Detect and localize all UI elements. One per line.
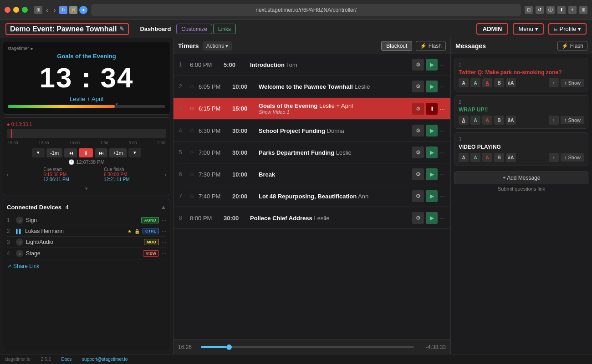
scrub-thumb[interactable] [226,344,232,350]
msg-show-btn-3[interactable]: ↑ Show [561,153,584,162]
support-link[interactable]: support@stagetimer.io [82,357,128,362]
timer-row-4[interactable]: 4 ⚇ 6:30 PM 30:00 School Project Funding… [174,120,450,142]
blackout-button[interactable]: Blackout [381,41,412,51]
speed-up-button[interactable]: ▾ [128,148,141,157]
address-bar[interactable]: next.stagetimer.io/r/6PAH8ZNA/controller… [91,4,521,16]
msg-btn-b-1[interactable]: B [494,78,504,87]
timer-settings-8[interactable]: ⚙ [412,212,424,224]
timer-play-7[interactable]: ▶ [426,190,438,202]
timer-more-5[interactable]: ··· [439,149,445,156]
actions-button[interactable]: Actions ▾ [203,41,232,51]
timeline-bar[interactable] [7,129,166,138]
speed-down-button[interactable]: ▾ [32,148,45,157]
timer-play-5[interactable]: ▶ [426,147,438,158]
msg-btn-ba-3[interactable]: ãA [506,153,516,162]
msg-btn-up-2[interactable]: ↑ [549,116,559,125]
flash-button[interactable]: ⚡ Flash [416,41,446,51]
msg-show-btn-1[interactable]: ↑ Show [561,79,584,87]
msg-show-btn-2[interactable]: ↑ Show [561,116,584,124]
device-more-4[interactable]: ··· [162,250,166,257]
minimize-button[interactable] [13,7,19,13]
scrub-bar[interactable] [201,346,414,348]
msg-btn-a-green-2[interactable]: A [470,116,480,125]
share-icon[interactable]: ⬆ [557,6,566,14]
timer-play-1[interactable]: ▶ [426,59,438,71]
timer-settings-5[interactable]: ⚙ [412,147,424,158]
timer-more-6[interactable]: ··· [439,171,445,178]
next-nav-arrow[interactable]: › [164,167,166,182]
msg-btn-b-3[interactable]: B [494,153,504,162]
messages-flash-button[interactable]: ⚡ Flash [557,41,587,51]
timer-row-1[interactable]: 1 6:00 PM 5:00 Introduction Tom ⚙ ▶ ··· [174,54,450,76]
timer-pause-3[interactable]: ⏸ [426,103,438,115]
extensions-icon[interactable]: ⊞ [579,6,587,14]
timer-more-2[interactable]: ··· [439,83,445,90]
msg-btn-ba-1[interactable]: ãA [506,78,516,87]
timer-settings-3[interactable]: ⚙ [412,103,424,115]
device-more-3[interactable]: ··· [162,239,166,245]
timer-settings-4[interactable]: ⚙ [412,125,424,136]
msg-btn-a-red-2[interactable]: A [482,116,492,125]
msg-btn-up-1[interactable]: ↑ [549,78,559,87]
pause-button[interactable]: ⏸ [79,148,93,157]
timer-row-5[interactable]: 5 ⚇ 7:00 PM 30:00 Parks Department Fundi… [174,142,450,163]
device-more-1[interactable]: ··· [162,217,166,223]
plus-1m-button[interactable]: +1m [109,148,127,157]
minus-1m-button[interactable]: -1m [46,148,62,157]
collapse-chevron-icon[interactable]: ▼ [84,186,89,191]
docs-link[interactable]: Docs [61,357,72,362]
msg-btn-up-3[interactable]: ↑ [549,153,559,162]
reload-icon[interactable]: ↺ [536,6,544,14]
timer-row-3[interactable]: 3 ⚇ 6:15 PM 15:00 Goals of the Evening L… [174,98,450,120]
prev-button[interactable]: ⏮ [64,148,77,157]
customize-button[interactable]: Customize [176,24,212,34]
grid-icon[interactable]: ⊞ [34,6,42,14]
close-button[interactable] [5,7,10,13]
timer-row-6[interactable]: 6 ⚇ 7:30 PM 10:00 Break ⚙ ▶ ··· [174,164,450,185]
links-button[interactable]: Links [213,24,236,34]
menu-button[interactable]: Menu ▾ [513,23,543,35]
timer-play-6[interactable]: ▶ [426,168,438,180]
timer-more-8[interactable]: ··· [439,214,445,222]
msg-btn-a-green-1[interactable]: A [470,78,480,87]
profile-button[interactable]: ᵢ₌ Profile ▾ [548,23,587,35]
msg-btn-a-red-1[interactable]: A [482,78,492,87]
timer-more-7[interactable]: ··· [439,192,445,200]
timer-settings-6[interactable]: ⚙ [412,168,424,180]
tab-dashboard[interactable]: Dashboard [135,24,175,34]
timer-row-2[interactable]: 2 ⚇ 6:05 PM 10:00 Welcome to the Pawnee … [174,76,450,97]
back-button[interactable]: ‹ [44,5,50,15]
timer-more-4[interactable]: ··· [439,127,445,134]
add-tab-icon[interactable]: + [568,6,577,14]
timer-row-7[interactable]: 7 ⚇ 7:40 PM 20:00 Lot 48 Repurposing, Be… [174,186,450,207]
timer-settings-2[interactable]: ⚙ [412,81,424,92]
timer-more-1[interactable]: ··· [439,61,445,68]
timer-settings-1[interactable]: ⚙ [412,59,424,71]
timer-play-8[interactable]: ▶ [426,212,438,224]
msg-btn-a-green-3[interactable]: A [470,153,480,162]
info-icon[interactable]: ⓘ [546,6,555,14]
msg-btn-a-red-3[interactable]: A [482,153,492,162]
submit-link[interactable]: Submit questions link [454,186,588,192]
msg-btn-b-2[interactable]: B [494,116,504,125]
share-link[interactable]: ↗ Share Link [7,263,166,269]
timer-play-2[interactable]: ▶ [426,81,438,92]
msg-btn-ba-2[interactable]: ãA [506,116,516,125]
edit-title-icon[interactable]: ✎ [119,25,124,32]
devices-collapse-icon[interactable]: ▲ [161,204,166,210]
timer-more-3[interactable]: ··· [439,105,445,112]
timer-settings-7[interactable]: ⚙ [412,190,424,202]
add-message-button[interactable]: + Add Message [454,172,588,184]
msg-btn-a-normal-1[interactable]: A [459,78,469,87]
timer-row-8[interactable]: 8 8:00 PM 30:00 Poliece Chief Address Le… [174,207,450,229]
device-more-2[interactable]: ··· [162,228,166,234]
msg-btn-a-normal-3[interactable]: A [459,153,469,162]
msg-btn-a-normal-2[interactable]: A [459,116,469,125]
forward-button[interactable]: › [52,5,58,15]
next-button[interactable]: ⏭ [95,148,107,157]
prev-nav-arrow[interactable]: ‹ [7,167,9,182]
timer-play-4[interactable]: ▶ [426,125,438,136]
admin-button[interactable]: ADMIN [476,23,509,35]
screen-icon[interactable]: ⊡ [525,6,533,14]
maximize-button[interactable] [22,7,28,13]
